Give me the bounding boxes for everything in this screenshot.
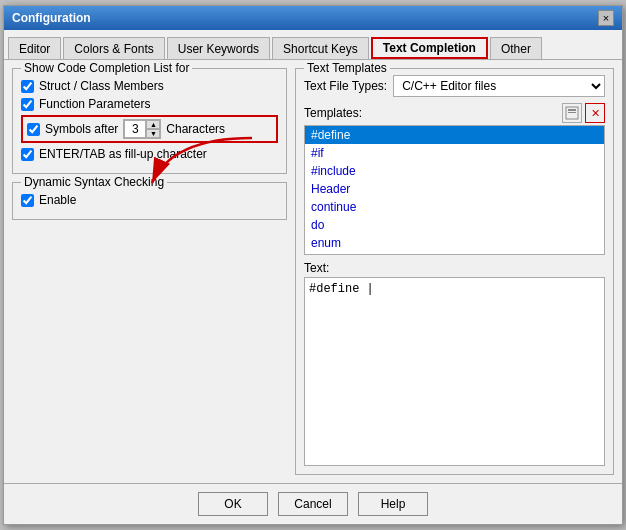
ok-button[interactable]: OK	[198, 492, 268, 516]
show-code-group-title: Show Code Completion List for	[21, 61, 192, 75]
symbols-spinner[interactable]: ▲ ▼	[123, 119, 161, 139]
template-item-header[interactable]: Header	[305, 180, 604, 198]
symbols-after-row: Symbols after ▲ ▼ Characters	[21, 115, 278, 143]
tab-shortcut-keys[interactable]: Shortcut Keys	[272, 37, 369, 59]
struct-class-row: Struct / Class Members	[21, 79, 278, 93]
delete-template-button[interactable]: ✕	[585, 103, 605, 123]
template-list[interactable]: #define #if #include Header continue do …	[304, 125, 605, 255]
template-item-do[interactable]: do	[305, 216, 604, 234]
enable-checkbox[interactable]	[21, 194, 34, 207]
text-section-label: Text:	[304, 261, 605, 275]
templates-label: Templates:	[304, 106, 362, 120]
template-item-include[interactable]: #include	[305, 162, 604, 180]
svg-rect-3	[568, 112, 576, 113]
tab-other[interactable]: Other	[490, 37, 542, 59]
struct-class-label: Struct / Class Members	[39, 79, 164, 93]
enter-tab-checkbox[interactable]	[21, 148, 34, 161]
symbols-after-checkbox[interactable]	[27, 123, 40, 136]
right-panel: Text Templates Text File Types: C/C++ Ed…	[295, 68, 614, 475]
templates-header: Templates: ✕	[304, 103, 605, 123]
spinner-down[interactable]: ▼	[146, 129, 160, 138]
enable-label: Enable	[39, 193, 76, 207]
function-params-row: Function Parameters	[21, 97, 278, 111]
spinner-up[interactable]: ▲	[146, 120, 160, 129]
left-panel: Show Code Completion List for Struct / C…	[12, 68, 287, 475]
template-text-area[interactable]: #define |	[304, 277, 605, 466]
enter-tab-row: ENTER/TAB as fill-up character	[21, 147, 278, 161]
function-params-checkbox[interactable]	[21, 98, 34, 111]
text-templates-title: Text Templates	[304, 61, 390, 75]
characters-label: Characters	[166, 122, 225, 136]
template-item-if[interactable]: #if	[305, 144, 604, 162]
text-templates-group: Text Templates Text File Types: C/C++ Ed…	[295, 68, 614, 475]
main-content: Show Code Completion List for Struct / C…	[4, 60, 622, 483]
cancel-button[interactable]: Cancel	[278, 492, 348, 516]
tab-colors-fonts[interactable]: Colors & Fonts	[63, 37, 164, 59]
title-bar: Configuration ×	[4, 6, 622, 30]
template-item-enum[interactable]: enum	[305, 234, 604, 252]
spinner-buttons: ▲ ▼	[146, 120, 160, 138]
enter-tab-label: ENTER/TAB as fill-up character	[39, 147, 207, 161]
template-item-continue[interactable]: continue	[305, 198, 604, 216]
function-params-label: Function Parameters	[39, 97, 150, 111]
enable-row: Enable	[21, 193, 278, 207]
new-template-button[interactable]	[562, 103, 582, 123]
svg-rect-2	[568, 109, 576, 111]
struct-class-checkbox[interactable]	[21, 80, 34, 93]
close-button[interactable]: ×	[598, 10, 614, 26]
file-types-select[interactable]: C/C++ Editor files	[393, 75, 605, 97]
help-button[interactable]: Help	[358, 492, 428, 516]
configuration-window: Configuration × Editor Colors & Fonts Us…	[3, 5, 623, 525]
dynamic-syntax-group: Dynamic Syntax Checking Enable	[12, 182, 287, 220]
file-types-label: Text File Types:	[304, 79, 387, 93]
template-item-define[interactable]: #define	[305, 126, 604, 144]
new-icon	[565, 106, 579, 120]
tab-bar: Editor Colors & Fonts User Keywords Shor…	[4, 30, 622, 60]
symbols-value-input[interactable]	[124, 120, 146, 138]
tab-editor[interactable]: Editor	[8, 37, 61, 59]
tab-text-completion[interactable]: Text Completion	[371, 37, 488, 59]
window-title: Configuration	[12, 11, 91, 25]
footer: OK Cancel Help	[4, 483, 622, 524]
show-code-group: Show Code Completion List for Struct / C…	[12, 68, 287, 174]
symbols-after-label: Symbols after	[45, 122, 118, 136]
dynamic-syntax-title: Dynamic Syntax Checking	[21, 175, 167, 189]
tab-user-keywords[interactable]: User Keywords	[167, 37, 270, 59]
file-types-row: Text File Types: C/C++ Editor files	[304, 75, 605, 97]
